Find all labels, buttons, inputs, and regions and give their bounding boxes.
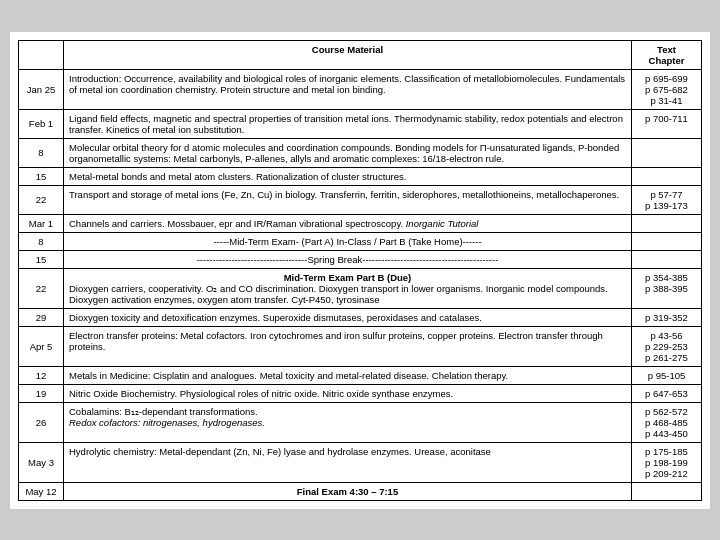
table-row: 15-----------------------------------Spr…	[19, 250, 702, 268]
textbook-cell	[632, 250, 702, 268]
page-container: Course Material Text Chapter Jan 25Intro…	[10, 32, 710, 509]
textbook-cell: p 700-711	[632, 109, 702, 138]
table-row: 12Metals in Medicine: Cisplatin and anal…	[19, 366, 702, 384]
date-cell: 22	[19, 268, 64, 308]
table-row: 22Mid-Term Exam Part B (Due)Dioxygen car…	[19, 268, 702, 308]
material-cell: Metal-metal bonds and metal atom cluster…	[64, 167, 632, 185]
table-row: Apr 5Electron transfer proteins: Metal c…	[19, 326, 702, 366]
table-row: 29Dioxygen toxicity and detoxification e…	[19, 308, 702, 326]
date-cell: Mar 1	[19, 214, 64, 232]
material-cell: Hydrolytic chemistry: Metal-dependant (Z…	[64, 442, 632, 482]
material-cell: Final Exam 4:30 – 7:15	[64, 482, 632, 500]
date-cell: Apr 5	[19, 326, 64, 366]
date-cell: Feb 1	[19, 109, 64, 138]
date-cell: Jan 25	[19, 69, 64, 109]
textbook-cell: p 319-352	[632, 308, 702, 326]
textbook-cell: p 95-105	[632, 366, 702, 384]
table-row: 22Transport and storage of metal ions (F…	[19, 185, 702, 214]
material-cell: Cobalamins: B₁₂-dependant transformation…	[64, 402, 632, 442]
table-row: Feb 1Ligand field effects, magnetic and …	[19, 109, 702, 138]
textbook-cell	[632, 232, 702, 250]
table-row: 8Molecular orbital theory for d atomic m…	[19, 138, 702, 167]
text-chapter-header: Text Chapter	[632, 40, 702, 69]
textbook-cell	[632, 138, 702, 167]
textbook-cell	[632, 482, 702, 500]
textbook-cell: p 175-185p 198-199p 209-212	[632, 442, 702, 482]
table-row: 15Metal-metal bonds and metal atom clust…	[19, 167, 702, 185]
date-cell: 22	[19, 185, 64, 214]
table-row: 19Nitric Oxide Biochemistry. Physiologic…	[19, 384, 702, 402]
date-cell: 29	[19, 308, 64, 326]
date-cell: 12	[19, 366, 64, 384]
textbook-cell: p 57-77p 139-173	[632, 185, 702, 214]
table-row: May 12Final Exam 4:30 – 7:15	[19, 482, 702, 500]
material-cell: Mid-Term Exam Part B (Due)Dioxygen carri…	[64, 268, 632, 308]
table-row: 8-----Mid-Term Exam- (Part A) In-Class /…	[19, 232, 702, 250]
table-row: Mar 1Channels and carriers. Mossbauer, e…	[19, 214, 702, 232]
date-cell: May 12	[19, 482, 64, 500]
material-cell: Metals in Medicine: Cisplatin and analog…	[64, 366, 632, 384]
textbook-cell	[632, 214, 702, 232]
textbook-cell: p 695-699p 675-682p 31-41	[632, 69, 702, 109]
textbook-cell: p 43-56p 229-253p 261-275	[632, 326, 702, 366]
table-row: 26Cobalamins: B₁₂-dependant transformati…	[19, 402, 702, 442]
material-cell: Dioxygen toxicity and detoxification enz…	[64, 308, 632, 326]
material-cell: Nitric Oxide Biochemistry. Physiological…	[64, 384, 632, 402]
date-cell: 19	[19, 384, 64, 402]
date-cell: 8	[19, 232, 64, 250]
material-cell: -----------------------------------Sprin…	[64, 250, 632, 268]
textbook-cell: p 354-385p 388-395	[632, 268, 702, 308]
textbook-cell: p 647-653	[632, 384, 702, 402]
material-cell: Molecular orbital theory for d atomic mo…	[64, 138, 632, 167]
course-table: Course Material Text Chapter Jan 25Intro…	[18, 40, 702, 501]
date-cell: 15	[19, 167, 64, 185]
table-row: Jan 25Introduction: Occurrence, availabi…	[19, 69, 702, 109]
date-cell: 26	[19, 402, 64, 442]
textbook-cell	[632, 167, 702, 185]
material-cell: Electron transfer proteins: Metal cofact…	[64, 326, 632, 366]
material-cell: Channels and carriers. Mossbauer, epr an…	[64, 214, 632, 232]
material-cell: Introduction: Occurrence, availability a…	[64, 69, 632, 109]
date-cell: 8	[19, 138, 64, 167]
date-header	[19, 40, 64, 69]
date-cell: May 3	[19, 442, 64, 482]
material-cell: Transport and storage of metal ions (Fe,…	[64, 185, 632, 214]
course-material-header: Course Material	[64, 40, 632, 69]
material-cell: Ligand field effects, magnetic and spect…	[64, 109, 632, 138]
table-row: May 3Hydrolytic chemistry: Metal-dependa…	[19, 442, 702, 482]
date-cell: 15	[19, 250, 64, 268]
textbook-cell: p 562-572p 468-485p 443-450	[632, 402, 702, 442]
material-cell: -----Mid-Term Exam- (Part A) In-Class / …	[64, 232, 632, 250]
